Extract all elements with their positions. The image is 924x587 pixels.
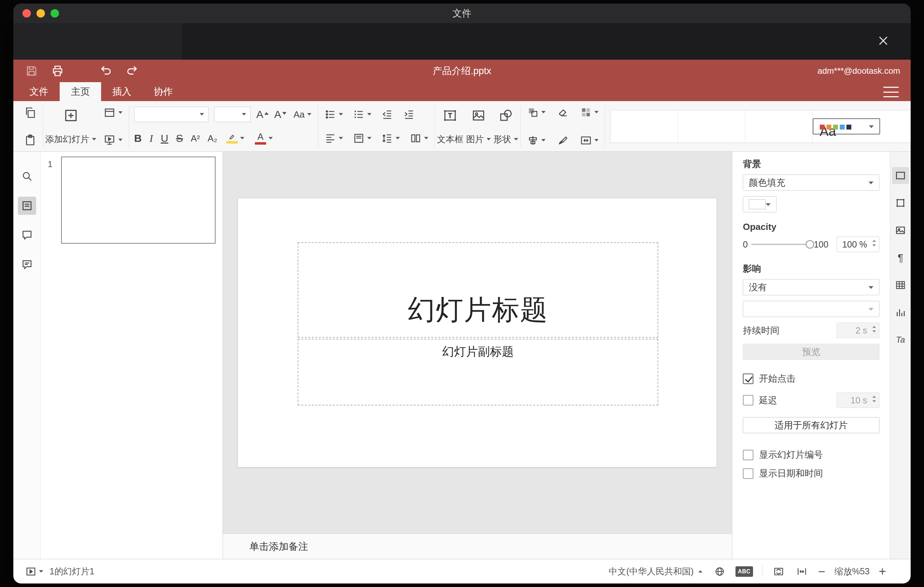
print-icon[interactable] (50, 63, 65, 79)
preview-button[interactable]: 预览 (743, 344, 879, 360)
clipboard-group (18, 105, 42, 148)
line-spacing-button[interactable] (380, 131, 401, 146)
textart-settings-icon[interactable]: Ta (892, 331, 909, 348)
slider-knob[interactable] (806, 240, 814, 249)
slide-layout-button[interactable] (102, 105, 124, 120)
theme-option-selected[interactable]: Aa (813, 118, 880, 134)
bullet-list-button[interactable] (323, 107, 345, 122)
align-shapes-button[interactable] (526, 133, 547, 148)
slide-size-button[interactable] (579, 133, 600, 148)
checkbox-checked-icon[interactable] (743, 374, 753, 384)
effect-select[interactable]: 没有 (743, 279, 879, 295)
opacity-input[interactable]: 100 % (837, 237, 879, 252)
change-case-button[interactable]: Aa (292, 109, 313, 120)
font-name-combobox[interactable] (134, 107, 208, 122)
theme-option-1[interactable] (610, 110, 678, 143)
tab-home[interactable]: 主页 (60, 82, 101, 101)
window-title: 文件 (13, 7, 911, 20)
show-slide-number-checkbox[interactable]: 显示幻灯片编号 (743, 448, 879, 461)
paragraph-settings-icon[interactable]: ¶ (892, 249, 909, 266)
columns-button[interactable] (408, 131, 430, 146)
textart-glyph: Ta (896, 335, 905, 345)
save-icon[interactable] (24, 63, 39, 79)
slide-thumbnail[interactable] (61, 157, 216, 244)
slides-panel-icon[interactable] (18, 196, 36, 215)
start-on-click-checkbox[interactable]: 开始点击 (743, 373, 879, 385)
clear-style-icon[interactable] (555, 105, 570, 120)
opacity-slider[interactable] (751, 244, 810, 245)
bold-button[interactable]: B (134, 133, 142, 143)
grow-font-button[interactable]: A (256, 109, 269, 120)
fill-color-select[interactable] (743, 196, 777, 213)
table-settings-icon[interactable] (892, 277, 909, 294)
insert-textbox-button[interactable]: 文本框 (436, 106, 465, 147)
show-date-time-checkbox[interactable]: 显示日期和时间 (743, 467, 879, 480)
comments-icon[interactable] (18, 226, 36, 244)
theme-option-3[interactable] (745, 110, 813, 143)
checkbox-icon[interactable] (743, 468, 753, 479)
chart-settings-icon[interactable] (892, 304, 909, 321)
title-placeholder[interactable]: 幻灯片标题 (298, 242, 658, 338)
increase-indent-button[interactable] (402, 107, 416, 122)
vertical-align-button[interactable] (351, 131, 373, 146)
shrink-font-button[interactable]: A (274, 109, 287, 120)
decrease-indent-button[interactable] (380, 107, 394, 122)
feedback-icon[interactable] (18, 256, 36, 274)
strikethrough-button[interactable]: S (176, 133, 183, 143)
tab-collaboration[interactable]: 协作 (142, 82, 184, 101)
add-slide-button[interactable]: 添加幻灯片 (44, 106, 97, 147)
delay-input[interactable]: 10 s (837, 392, 879, 408)
fill-type-select[interactable]: 颜色填充 (743, 175, 879, 191)
duration-input[interactable]: 2 s (837, 323, 879, 338)
shape-settings-icon[interactable] (892, 195, 909, 211)
font-color-button[interactable]: A (254, 130, 274, 146)
effect-option-select[interactable] (743, 301, 879, 317)
delay-checkbox[interactable] (743, 395, 753, 406)
color-scheme-button[interactable] (579, 105, 600, 120)
chevron-down-icon (594, 139, 599, 142)
tab-file[interactable]: 文件 (18, 82, 60, 101)
image-settings-icon[interactable] (892, 222, 909, 239)
subscript-button[interactable]: A₂ (208, 134, 217, 143)
notes-area[interactable]: 单击添加备注 (223, 534, 732, 559)
theme-option-5[interactable] (880, 110, 911, 143)
apply-to-all-button[interactable]: 适用于所有幻灯片 (743, 417, 879, 433)
close-icon[interactable] (875, 32, 892, 49)
menu-icon[interactable] (883, 87, 899, 97)
slide-settings-icon[interactable] (892, 167, 909, 184)
theme-option-2[interactable] (678, 110, 745, 143)
zoom-in-button[interactable]: + (879, 565, 886, 578)
paste-icon[interactable] (23, 132, 38, 148)
spinner-icon[interactable] (873, 240, 876, 246)
tab-insert[interactable]: 插入 (101, 82, 142, 101)
chevron-down-icon (594, 111, 599, 114)
numbered-list-button[interactable] (351, 107, 373, 122)
font-size-combobox[interactable] (214, 107, 251, 122)
slide[interactable]: 幻灯片标题 幻灯片副标题 (238, 198, 717, 467)
insert-shape-button[interactable]: 形状 (492, 106, 520, 147)
arrange-shapes-button[interactable] (526, 105, 547, 120)
superscript-button[interactable]: A² (191, 134, 200, 143)
checkbox-icon[interactable] (743, 450, 753, 460)
delay-row: 延迟 10 s (743, 392, 879, 408)
zoom-out-button[interactable]: − (818, 565, 825, 578)
subtitle-placeholder[interactable]: 幻灯片副标题 (298, 339, 658, 406)
language-selector[interactable]: 中文(中华人民共和国) (607, 564, 704, 579)
start-slideshow-button[interactable] (102, 132, 124, 148)
insert-image-button[interactable]: 图片 (465, 106, 492, 147)
horizontal-align-button[interactable] (323, 131, 345, 146)
start-slideshow-status-button[interactable] (24, 564, 45, 579)
underline-button[interactable]: U (161, 133, 168, 143)
undo-icon[interactable] (98, 63, 114, 79)
italic-button[interactable]: I (150, 133, 153, 143)
fit-slide-icon[interactable] (772, 564, 786, 579)
redo-icon[interactable] (124, 63, 140, 79)
search-icon[interactable] (18, 167, 36, 185)
copy-style-icon[interactable] (555, 133, 570, 148)
slide-canvas[interactable]: 幻灯片标题 幻灯片副标题 (223, 152, 732, 534)
copy-icon[interactable] (23, 105, 38, 120)
spellcheck-icon[interactable]: ABC (736, 566, 753, 577)
fit-width-icon[interactable] (795, 564, 809, 579)
highlight-color-button[interactable] (225, 132, 246, 145)
spellcheck-language-icon[interactable] (713, 565, 726, 578)
